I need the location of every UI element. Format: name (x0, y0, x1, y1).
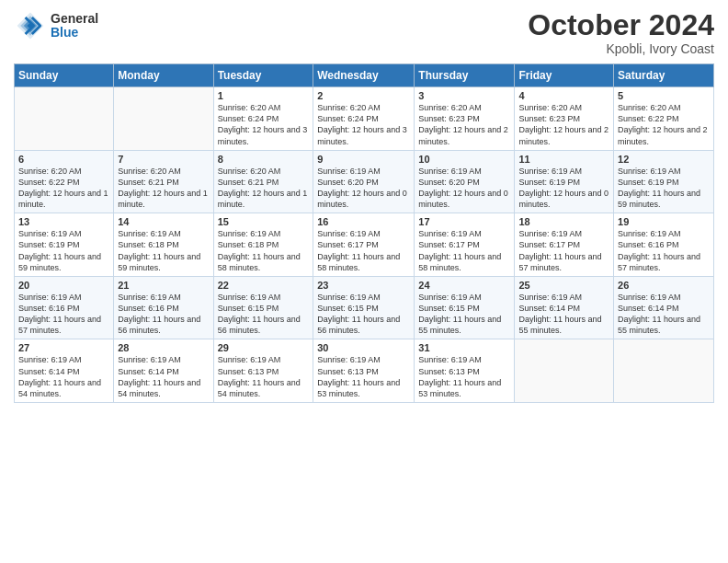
cell-info: Sunrise: 6:20 AM Sunset: 6:22 PM Dayligh… (18, 166, 109, 211)
logo-text: General Blue (51, 12, 98, 40)
calendar-cell: 9Sunrise: 6:19 AM Sunset: 6:20 PM Daylig… (313, 150, 415, 213)
cell-info: Sunrise: 6:20 AM Sunset: 6:24 PM Dayligh… (218, 102, 310, 147)
cell-info: Sunrise: 6:19 AM Sunset: 6:17 PM Dayligh… (518, 228, 609, 273)
cell-info: Sunrise: 6:19 AM Sunset: 6:19 PM Dayligh… (18, 228, 109, 273)
week-row-1: 1Sunrise: 6:20 AM Sunset: 6:24 PM Daylig… (15, 87, 714, 151)
calendar-cell: 2Sunrise: 6:20 AM Sunset: 6:24 PM Daylig… (313, 87, 415, 151)
calendar-cell: 13Sunrise: 6:19 AM Sunset: 6:19 PM Dayli… (15, 213, 114, 277)
calendar-cell: 18Sunrise: 6:19 AM Sunset: 6:17 PM Dayli… (515, 213, 614, 277)
cell-info: Sunrise: 6:19 AM Sunset: 6:13 PM Dayligh… (317, 354, 410, 399)
cell-info: Sunrise: 6:19 AM Sunset: 6:15 PM Dayligh… (418, 292, 510, 337)
weekday-header-monday: Monday (114, 64, 213, 87)
calendar-cell: 31Sunrise: 6:19 AM Sunset: 6:13 PM Dayli… (415, 339, 515, 403)
calendar-cell (614, 339, 714, 403)
day-number: 30 (317, 342, 410, 353)
cell-info: Sunrise: 6:19 AM Sunset: 6:17 PM Dayligh… (317, 228, 410, 273)
cell-info: Sunrise: 6:19 AM Sunset: 6:16 PM Dayligh… (618, 228, 710, 273)
day-number: 28 (118, 342, 209, 353)
day-number: 5 (618, 90, 710, 101)
day-number: 31 (418, 342, 510, 353)
calendar-cell: 21Sunrise: 6:19 AM Sunset: 6:16 PM Dayli… (114, 276, 213, 339)
calendar-cell: 16Sunrise: 6:19 AM Sunset: 6:17 PM Dayli… (313, 213, 415, 277)
calendar-cell: 1Sunrise: 6:20 AM Sunset: 6:24 PM Daylig… (213, 87, 313, 151)
page: General Blue October 2024 Kpobli, Ivory … (0, 0, 728, 563)
calendar-cell: 17Sunrise: 6:19 AM Sunset: 6:17 PM Dayli… (415, 213, 515, 277)
calendar-cell: 25Sunrise: 6:19 AM Sunset: 6:14 PM Dayli… (515, 276, 614, 339)
cell-info: Sunrise: 6:19 AM Sunset: 6:19 PM Dayligh… (618, 166, 710, 211)
day-number: 2 (317, 90, 410, 101)
calendar-cell (515, 339, 614, 403)
calendar-cell: 12Sunrise: 6:19 AM Sunset: 6:19 PM Dayli… (614, 150, 714, 213)
day-number: 20 (18, 280, 109, 291)
day-number: 4 (518, 90, 609, 101)
day-number: 17 (418, 216, 510, 227)
week-row-5: 27Sunrise: 6:19 AM Sunset: 6:14 PM Dayli… (15, 339, 714, 403)
weekday-header-tuesday: Tuesday (213, 64, 313, 87)
calendar-cell: 28Sunrise: 6:19 AM Sunset: 6:14 PM Dayli… (114, 339, 213, 403)
cell-info: Sunrise: 6:20 AM Sunset: 6:22 PM Dayligh… (618, 102, 710, 147)
calendar-cell: 24Sunrise: 6:19 AM Sunset: 6:15 PM Dayli… (415, 276, 515, 339)
location: Kpobli, Ivory Coast (528, 41, 714, 56)
day-number: 9 (317, 154, 410, 165)
day-number: 19 (618, 216, 710, 227)
day-number: 24 (418, 280, 510, 291)
weekday-header-friday: Friday (515, 64, 614, 87)
week-row-2: 6Sunrise: 6:20 AM Sunset: 6:22 PM Daylig… (15, 150, 714, 213)
day-number: 25 (518, 280, 609, 291)
logo-line1: General (51, 12, 98, 26)
calendar-cell (15, 87, 114, 151)
calendar-table: SundayMondayTuesdayWednesdayThursdayFrid… (14, 63, 714, 403)
calendar-cell: 23Sunrise: 6:19 AM Sunset: 6:15 PM Dayli… (313, 276, 415, 339)
month-title: October 2024 (528, 9, 714, 41)
cell-info: Sunrise: 6:19 AM Sunset: 6:14 PM Dayligh… (18, 354, 109, 399)
cell-info: Sunrise: 6:19 AM Sunset: 6:14 PM Dayligh… (618, 292, 710, 337)
cell-info: Sunrise: 6:19 AM Sunset: 6:18 PM Dayligh… (118, 228, 209, 273)
cell-info: Sunrise: 6:19 AM Sunset: 6:14 PM Dayligh… (118, 354, 209, 399)
calendar-cell: 30Sunrise: 6:19 AM Sunset: 6:13 PM Dayli… (313, 339, 415, 403)
weekday-header-row: SundayMondayTuesdayWednesdayThursdayFrid… (15, 64, 714, 87)
cell-info: Sunrise: 6:19 AM Sunset: 6:15 PM Dayligh… (317, 292, 410, 337)
cell-info: Sunrise: 6:19 AM Sunset: 6:18 PM Dayligh… (218, 228, 310, 273)
day-number: 1 (218, 90, 310, 101)
day-number: 13 (18, 216, 109, 227)
day-number: 12 (618, 154, 710, 165)
logo: General Blue (14, 9, 98, 42)
logo-icon (14, 9, 47, 42)
day-number: 23 (317, 280, 410, 291)
cell-info: Sunrise: 6:20 AM Sunset: 6:24 PM Dayligh… (317, 102, 410, 147)
calendar-cell: 14Sunrise: 6:19 AM Sunset: 6:18 PM Dayli… (114, 213, 213, 277)
cell-info: Sunrise: 6:20 AM Sunset: 6:23 PM Dayligh… (418, 102, 510, 147)
calendar-cell (114, 87, 213, 151)
day-number: 14 (118, 216, 209, 227)
calendar-cell: 5Sunrise: 6:20 AM Sunset: 6:22 PM Daylig… (614, 87, 714, 151)
cell-info: Sunrise: 6:19 AM Sunset: 6:17 PM Dayligh… (418, 228, 510, 273)
day-number: 16 (317, 216, 410, 227)
day-number: 27 (18, 342, 109, 353)
cell-info: Sunrise: 6:19 AM Sunset: 6:20 PM Dayligh… (418, 166, 510, 211)
calendar-cell: 8Sunrise: 6:20 AM Sunset: 6:21 PM Daylig… (213, 150, 313, 213)
calendar-cell: 3Sunrise: 6:20 AM Sunset: 6:23 PM Daylig… (415, 87, 515, 151)
cell-info: Sunrise: 6:19 AM Sunset: 6:16 PM Dayligh… (18, 292, 109, 337)
cell-info: Sunrise: 6:19 AM Sunset: 6:15 PM Dayligh… (218, 292, 310, 337)
calendar-cell: 20Sunrise: 6:19 AM Sunset: 6:16 PM Dayli… (15, 276, 114, 339)
calendar-cell: 27Sunrise: 6:19 AM Sunset: 6:14 PM Dayli… (15, 339, 114, 403)
day-number: 22 (218, 280, 310, 291)
day-number: 6 (18, 154, 109, 165)
calendar-cell: 19Sunrise: 6:19 AM Sunset: 6:16 PM Dayli… (614, 213, 714, 277)
day-number: 29 (218, 342, 310, 353)
cell-info: Sunrise: 6:20 AM Sunset: 6:21 PM Dayligh… (118, 166, 209, 211)
day-number: 3 (418, 90, 510, 101)
cell-info: Sunrise: 6:19 AM Sunset: 6:16 PM Dayligh… (118, 292, 209, 337)
cell-info: Sunrise: 6:19 AM Sunset: 6:19 PM Dayligh… (518, 166, 609, 211)
calendar-cell: 11Sunrise: 6:19 AM Sunset: 6:19 PM Dayli… (515, 150, 614, 213)
day-number: 10 (418, 154, 510, 165)
calendar-cell: 10Sunrise: 6:19 AM Sunset: 6:20 PM Dayli… (415, 150, 515, 213)
cell-info: Sunrise: 6:20 AM Sunset: 6:23 PM Dayligh… (518, 102, 609, 147)
weekday-header-sunday: Sunday (15, 64, 114, 87)
weekday-header-thursday: Thursday (415, 64, 515, 87)
title-section: October 2024 Kpobli, Ivory Coast (528, 9, 714, 56)
calendar-cell: 15Sunrise: 6:19 AM Sunset: 6:18 PM Dayli… (213, 213, 313, 277)
day-number: 7 (118, 154, 209, 165)
calendar-cell: 4Sunrise: 6:20 AM Sunset: 6:23 PM Daylig… (515, 87, 614, 151)
calendar-cell: 6Sunrise: 6:20 AM Sunset: 6:22 PM Daylig… (15, 150, 114, 213)
